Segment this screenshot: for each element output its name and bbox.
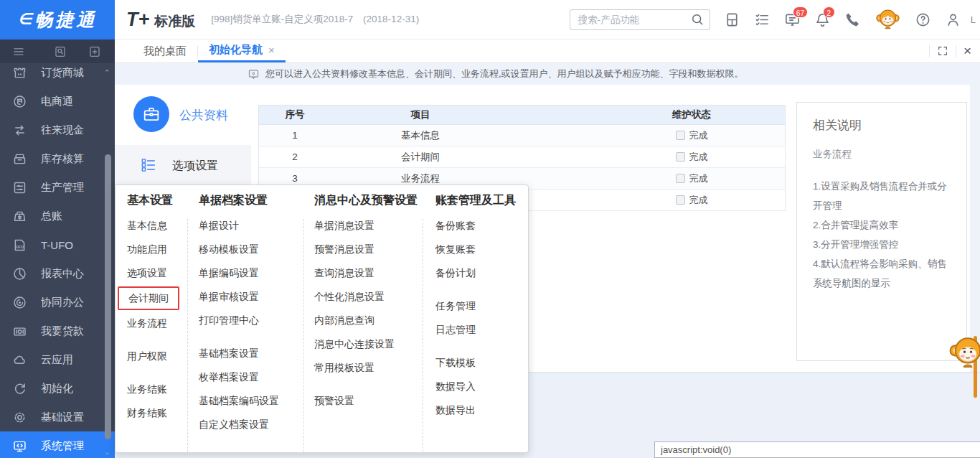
menu-item-个性化消息设置[interactable]: 个性化消息设置 xyxy=(314,290,423,304)
task-list-icon[interactable] xyxy=(754,11,771,28)
sidebar-item-我要贷款[interactable]: 我要贷款 xyxy=(0,317,115,345)
mascot-monkey-bottom[interactable] xyxy=(947,332,980,374)
menu-item-枚举档案设置[interactable]: 枚举档案设置 xyxy=(199,370,303,384)
done-checkbox[interactable] xyxy=(676,195,685,205)
search-icon[interactable] xyxy=(690,12,705,27)
menu-item-财务结账[interactable]: 财务结账 xyxy=(127,406,187,420)
doc-search-icon[interactable] xyxy=(54,45,67,58)
sidebar-item-label: 系统管理 xyxy=(41,439,84,453)
nav-item-option-settings[interactable]: 选项设置 xyxy=(115,145,251,185)
sidebar-item-库存核算[interactable]: 库存核算 xyxy=(0,144,115,173)
sidebar-item-电商通[interactable]: 电商通 xyxy=(0,87,115,116)
done-checkbox[interactable] xyxy=(676,131,685,140)
notes-line: 1.设置采购及销售流程合并或分开管理 xyxy=(813,177,952,215)
sidebar-item-云应用[interactable]: 云应用 xyxy=(0,345,115,374)
menu-item-备份账套[interactable]: 备份账套 xyxy=(435,219,517,233)
related-notes-panel: 相关说明 业务流程 1.设置采购及销售流程合并或分开管理2.合并管理提高效率3.… xyxy=(796,102,967,361)
header-actions: 67 2 L xyxy=(570,6,980,33)
menu-item-常用模板设置[interactable]: 常用模板设置 xyxy=(314,361,423,375)
menu-item-自定义档案设置[interactable]: 自定义档案设置 xyxy=(199,418,303,431)
tab-close-icon[interactable]: × xyxy=(268,44,275,56)
sidebar-item-label: 往来现金 xyxy=(41,123,84,137)
chanjet-logo[interactable]: ∈ 畅捷通 xyxy=(0,0,115,39)
menu-item-移动模板设置[interactable]: 移动模板设置 xyxy=(199,243,303,256)
sidebar-item-label: 总账 xyxy=(41,210,62,223)
table-row-2[interactable]: 2会计期间完成 xyxy=(259,146,785,168)
done-label: 完成 xyxy=(689,129,708,142)
calculator-icon[interactable] xyxy=(724,11,740,28)
menu-item-基础档案编码设置[interactable]: 基础档案编码设置 xyxy=(199,394,303,408)
menu-item-业务结账[interactable]: 业务结账 xyxy=(127,383,187,396)
sidebar-item-往来现金[interactable]: 往来现金 xyxy=(0,116,115,144)
menu-item-内部消息查询[interactable]: 内部消息查询 xyxy=(314,314,423,327)
menu-item-任务管理[interactable]: 任务管理 xyxy=(435,299,517,313)
phone-icon[interactable] xyxy=(844,11,861,28)
alert-badge: 2 xyxy=(823,6,835,18)
menu-item-基础档案设置[interactable]: 基础档案设置 xyxy=(199,347,303,360)
search-input[interactable] xyxy=(577,14,690,26)
menu-column-消息中心及预警设置: 消息中心及预警设置单据消息设置预警消息设置查询消息设置个性化消息设置内部消息查询… xyxy=(314,185,423,452)
user-icon[interactable] xyxy=(945,11,961,28)
menu-group: 下载模板数据导入数据导出 xyxy=(435,356,517,417)
done-checkbox[interactable] xyxy=(676,174,685,183)
sidebar-item-系统管理[interactable]: 系统管理 xyxy=(0,431,115,458)
menu-item-选项设置[interactable]: 选项设置 xyxy=(127,266,187,280)
sidebar-scroll-up[interactable]: ⌃ xyxy=(101,68,113,77)
sidebar-item-生产管理[interactable]: 生产管理 xyxy=(0,173,115,202)
mascot-monkey-icon[interactable] xyxy=(875,6,901,33)
tab-我的桌面[interactable]: 我的桌面 xyxy=(133,39,197,62)
menu-item-单据编码设置[interactable]: 单据编码设置 xyxy=(199,266,303,280)
nav-item-label: 公共资料 xyxy=(179,107,228,123)
tab-bar: 我的桌面初始化导航× × xyxy=(115,39,980,63)
nav-item-public-data[interactable]: 公共资料 xyxy=(115,85,251,145)
sidebar-item-label: 报表中心 xyxy=(41,267,84,281)
menu-item-数据导出[interactable]: 数据导出 xyxy=(435,403,517,417)
menu-item-下载模板[interactable]: 下载模板 xyxy=(435,356,517,370)
search-box[interactable] xyxy=(570,9,710,30)
menu-item-打印管理中心[interactable]: 打印管理中心 xyxy=(199,314,303,327)
menu-item-日志管理[interactable]: 日志管理 xyxy=(435,323,517,337)
cell-status: 完成 xyxy=(598,151,785,164)
menu-item-单据消息设置[interactable]: 单据消息设置 xyxy=(314,219,423,233)
sidebar-item-T-UFO[interactable]: UFOT-UFO xyxy=(0,230,115,259)
sidebar-item-总账[interactable]: 总账 xyxy=(0,202,115,230)
sidebar-item-初始化[interactable]: 初始化 xyxy=(0,374,115,403)
sidebar-scroll-down[interactable]: ⌄ xyxy=(101,447,113,456)
menu-item-单据审核设置[interactable]: 单据审核设置 xyxy=(199,290,303,304)
menu-item-查询消息设置[interactable]: 查询消息设置 xyxy=(314,266,423,280)
help-icon[interactable] xyxy=(915,11,931,28)
done-checkbox[interactable] xyxy=(676,152,685,162)
menu-item-功能启用[interactable]: 功能启用 xyxy=(127,243,187,256)
cell-item: 基本信息 xyxy=(331,129,510,142)
menu-item-基本信息[interactable]: 基本信息 xyxy=(127,219,187,233)
done-label: 完成 xyxy=(689,151,708,164)
menu-group: 基本信息功能启用选项设置会计期间业务流程 xyxy=(127,219,187,330)
menu-item-会计期间[interactable]: 会计期间 xyxy=(127,290,187,307)
menu-item-备份计划[interactable]: 备份计划 xyxy=(435,266,517,280)
menu-collapse-icon[interactable] xyxy=(12,45,25,58)
menu-item-单据设计[interactable]: 单据设计 xyxy=(199,219,303,233)
menu-column-title: 基本设置 xyxy=(127,193,188,208)
sidebar-item-基础设置[interactable]: 基础设置 xyxy=(0,403,115,431)
notes-lines: 1.设置采购及销售流程合并或分开管理2.合并管理提高效率3.分开管理增强管控4.… xyxy=(813,177,952,293)
menu-item-预警设置[interactable]: 预警设置 xyxy=(314,394,423,408)
table-row-1[interactable]: 1基本信息完成 xyxy=(259,125,785,146)
menu-item-消息中心连接设置[interactable]: 消息中心连接设置 xyxy=(314,337,423,351)
doc-add-icon[interactable] xyxy=(88,45,101,58)
close-icon[interactable]: × xyxy=(963,45,971,57)
menu-item-数据导入[interactable]: 数据导入 xyxy=(435,380,517,393)
tab-label: 初始化导航 xyxy=(209,43,263,57)
sidebar-item-报表中心[interactable]: 报表中心 xyxy=(0,259,115,288)
sidebar-item-协同办公[interactable]: 协同办公 xyxy=(0,288,115,317)
message-icon[interactable]: 67 xyxy=(784,11,801,28)
menu-item-用户权限[interactable]: 用户权限 xyxy=(127,350,187,363)
menu-item-预警消息设置[interactable]: 预警消息设置 xyxy=(314,243,423,256)
tab-初始化导航[interactable]: 初始化导航× xyxy=(198,39,286,62)
settings-mega-menu: 基本设置基本信息功能启用选项设置会计期间业务流程用户权限业务结账财务结账单据档案… xyxy=(115,184,529,453)
alert-bell-icon[interactable]: 2 xyxy=(814,11,831,28)
fullscreen-icon[interactable] xyxy=(937,45,948,57)
ecom-icon xyxy=(12,94,27,109)
sidebar-scrollbar-thumb[interactable] xyxy=(105,154,111,439)
menu-item-业务流程[interactable]: 业务流程 xyxy=(127,317,187,330)
menu-item-恢复账套[interactable]: 恢复账套 xyxy=(435,243,517,256)
